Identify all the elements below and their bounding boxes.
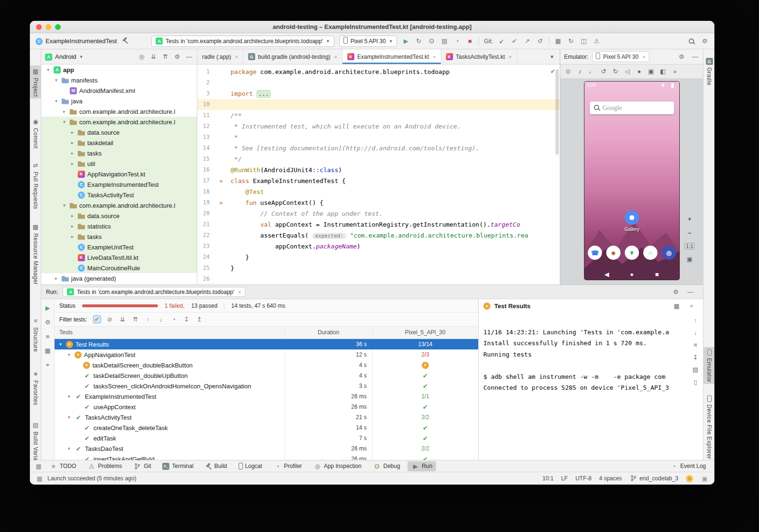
tree-chevron-icon[interactable]: ▾ [57,342,64,347]
tree-node[interactable]: ▾manifests [41,75,197,85]
zoom-window-button[interactable] [55,24,61,30]
scroll-up-icon[interactable]: ↑ [692,316,700,324]
hidden-tabs-icon[interactable]: ▾ [548,53,556,61]
phone-app-icon[interactable]: ☎ [588,246,602,260]
feedback-smiley-icon[interactable]: ☺ [686,475,693,482]
tool-window-button-event-log[interactable]: ◔Event Log [666,461,710,471]
test-results-console[interactable]: × Test Results ▦× 11/16 14:23:21: Launch… [478,299,703,460]
tree-node[interactable]: ▸com.example.android.architecture.l [41,106,197,117]
search-icon[interactable] [689,38,694,44]
hide-panel-icon[interactable]: — [686,288,694,296]
tree-node[interactable]: CExampleInstrumentedTest [41,179,197,190]
collapse-all-icon[interactable]: ⇈ [131,315,139,323]
profiler-icon[interactable]: ◔ [453,37,461,45]
restore-layout-icon[interactable]: ▦ [673,302,681,310]
restore-layout-icon[interactable]: ▦ [44,347,52,355]
record-icon[interactable]: ● [635,67,643,75]
run-icon[interactable]: ▶ [402,37,410,45]
tree-node[interactable]: ▾com.example.android.architecture.l [41,117,197,127]
tree-chevron-icon[interactable]: ▾ [53,78,59,83]
tool-window-button-problems[interactable]: ⚠Problems [83,461,126,471]
back-icon[interactable]: ◁ [623,67,631,75]
emulator-screenshot-icon[interactable]: ▣ [685,255,694,263]
next-failed-icon[interactable]: ↓ [157,315,165,323]
rerun-icon[interactable]: ▶ [44,304,52,312]
close-icon[interactable]: × [238,289,241,295]
snapshots-icon[interactable]: ◧ [659,67,667,75]
wifi-status-icon[interactable]: ▾ [659,82,667,89]
zoom-reset-button[interactable]: 1:1 [685,243,694,249]
tree-chevron-icon[interactable]: ▸ [69,213,75,218]
tree-chevron-icon[interactable]: ▾ [45,67,51,72]
editor-tab[interactable]: radle (:app)× [197,49,243,64]
test-row[interactable]: ✔createOneTask_deleteTask14 s✔ [55,422,478,433]
test-row[interactable]: ▾✔ExampleInstrumentedTest26 ms1/1 [55,391,478,402]
build-hammer-icon[interactable] [121,37,129,46]
close-icon[interactable]: × [642,54,645,60]
caret-position[interactable]: 10:1 [543,475,554,482]
screenshot-icon[interactable]: ▣ [647,67,655,75]
toolwindow-switcher-icon[interactable]: ▦ [35,462,43,470]
navigation-bar[interactable]: C ExampleInstrumentedTest [36,37,117,45]
tree-node[interactable]: ▾com.example.android.architecture.l [41,200,197,211]
hide-panel-icon[interactable]: — [691,53,699,61]
layout-inspector-icon[interactable]: ◫ [580,37,588,45]
emulator-screen[interactable]: 2:28 ▾▮ Google Gallery ☎☻▼∩◎ ◀●■ [584,82,679,280]
test-row[interactable]: ✔editTask7 s✔ [55,433,478,443]
debug-icon[interactable]: ʘ [427,37,435,45]
tab-close-icon[interactable]: × [334,54,337,60]
tree-chevron-icon[interactable]: ▸ [69,224,75,229]
test-history-icon[interactable]: ◔ [170,315,178,323]
test-row[interactable]: ▾×AppNavigationTest12 s2/3 [55,349,478,360]
screenshot-icon[interactable]: ▣ [685,255,694,263]
tree-node[interactable]: ▸tasks [41,148,197,158]
sync-project-icon[interactable]: ↻ [567,37,575,45]
run-configuration-select[interactable]: A Tests in 'com.example.android.architec… [151,36,334,47]
nav-item-label[interactable]: ExampleInstrumentedTest [46,37,117,45]
expand-all-icon[interactable]: ⇊ [149,53,157,61]
volume-up-icon[interactable]: ♪ [576,67,584,75]
tree-chevron-icon[interactable]: ▸ [69,140,75,145]
rotate-right-icon[interactable]: ↻ [611,67,620,75]
camera-app-icon[interactable]: ◎ [662,246,676,260]
tool-window-button-run[interactable]: ▶Run [407,461,436,471]
zoom-in-icon[interactable]: + [685,214,694,223]
indent-setting[interactable]: 4 spaces [599,475,622,482]
tree-node[interactable]: ▸data.source [41,211,197,221]
tool-button-resource-manager[interactable]: ▩Resource Manager [30,221,41,286]
tree-node[interactable]: KAppNavigationTest.kt [41,169,197,179]
tree-chevron-icon[interactable]: ▾ [66,446,72,451]
apply-changes-icon[interactable]: ↻ [415,37,423,45]
show-ignored-icon[interactable]: ⊘ [106,315,114,323]
show-passed-icon[interactable]: ✔ [93,315,101,323]
tool-button-pull-requests[interactable]: ⇄Pull Requests [30,159,41,211]
locate-file-icon[interactable]: ◎ [138,53,146,61]
run-settings-icon[interactable]: ⚙ [672,288,680,296]
hide-panel-icon[interactable]: — [686,288,694,296]
tree-chevron-icon[interactable]: ▸ [53,276,59,281]
tool-button-project[interactable]: ▦Project [30,65,41,99]
line-separator[interactable]: LF [561,475,568,482]
device-manager-icon[interactable]: ▦ [554,37,562,45]
test-row[interactable]: ▾✔TasksDaoTest26 ms2/2 [55,443,478,454]
test-row[interactable]: ×taskDetailScreen_doubleBackButton4 s× [55,360,478,370]
tree-chevron-icon[interactable]: ▾ [66,415,72,420]
run-test-gutter-icon[interactable]: » [210,175,226,186]
scroll-to-end-icon[interactable]: ↧ [692,353,700,361]
settings-icon[interactable]: ⚙ [677,53,685,61]
status-corner-icon[interactable]: ▦ [36,475,44,483]
project-view-selector[interactable]: Android [55,53,76,60]
tree-chevron-icon[interactable]: ▸ [69,130,75,135]
build-icon[interactable] [121,37,129,44]
back-nav-icon[interactable]: ◀ [603,270,611,278]
tree-chevron-icon[interactable]: ▾ [66,352,72,357]
tree-node[interactable]: ▸tasks [41,231,197,242]
tree-chevron-icon[interactable]: ▾ [53,99,59,103]
previous-failed-icon[interactable]: ↑ [144,315,152,323]
collapse-all-icon[interactable]: ⇈ [161,53,169,61]
tool-button-structure[interactable]: ≡Structure [30,315,41,354]
code-editor[interactable]: 1package com.example.android.architectur… [197,64,560,284]
tool-window-button-debug[interactable]: ʘDebug [369,461,404,471]
tree-node[interactable]: CTasksActivityTest [41,190,197,200]
tree-node[interactable]: ▾Aapp [41,64,197,75]
